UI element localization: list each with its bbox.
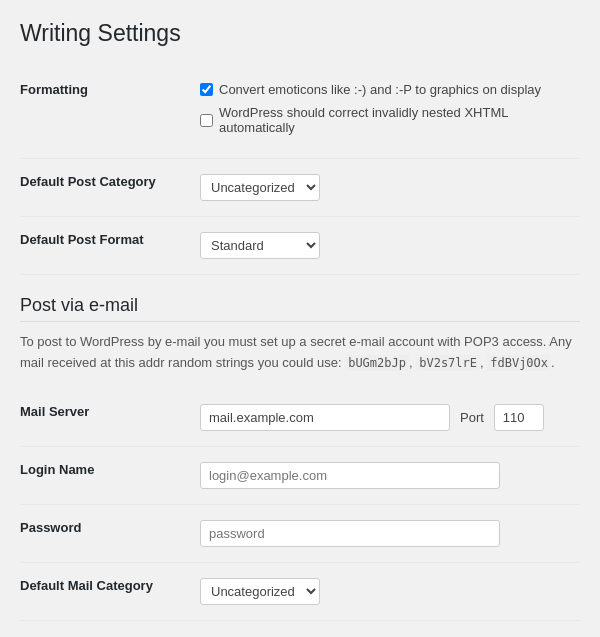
- default-post-format-label: Default Post Format: [20, 217, 200, 275]
- mail-server-label: Mail Server: [20, 389, 200, 447]
- page-title: Writing Settings: [20, 20, 580, 47]
- convert-emoticons-label[interactable]: Convert emoticons like :-) and :-P to gr…: [200, 82, 580, 97]
- random-string-1: bUGm2bJp: [345, 355, 409, 371]
- password-label: Password: [20, 504, 200, 562]
- correct-xhtml-text: WordPress should correct invalidly neste…: [219, 105, 580, 135]
- port-input[interactable]: [494, 404, 544, 431]
- post-via-email-heading: Post via e-mail: [20, 295, 580, 322]
- convert-emoticons-checkbox[interactable]: [200, 83, 213, 96]
- login-name-input[interactable]: [200, 462, 500, 489]
- post-via-email-description: To post to WordPress by e-mail you must …: [20, 332, 580, 374]
- mail-server-input[interactable]: [200, 404, 450, 431]
- mail-server-row: Port: [200, 404, 580, 431]
- default-mail-category-select[interactable]: Uncategorized: [200, 578, 320, 605]
- password-input[interactable]: [200, 520, 500, 547]
- correct-xhtml-checkbox[interactable]: [200, 114, 213, 127]
- convert-emoticons-text: Convert emoticons like :-) and :-P to gr…: [219, 82, 541, 97]
- random-string-3: fdBVj0Ox: [487, 355, 551, 371]
- port-label: Port: [460, 410, 484, 425]
- default-post-category-label: Default Post Category: [20, 159, 200, 217]
- formatting-label: Formatting: [20, 67, 200, 159]
- writing-settings-table: Formatting Convert emoticons like :-) an…: [20, 67, 580, 275]
- default-post-format-select[interactable]: Standard: [200, 232, 320, 259]
- login-name-label: Login Name: [20, 446, 200, 504]
- correct-xhtml-label[interactable]: WordPress should correct invalidly neste…: [200, 105, 580, 135]
- random-string-2: bV2s7lrE: [416, 355, 480, 371]
- email-settings-table: Mail Server Port Login Name Password: [20, 389, 580, 621]
- default-mail-category-label: Default Mail Category: [20, 562, 200, 620]
- default-post-category-select[interactable]: Uncategorized: [200, 174, 320, 201]
